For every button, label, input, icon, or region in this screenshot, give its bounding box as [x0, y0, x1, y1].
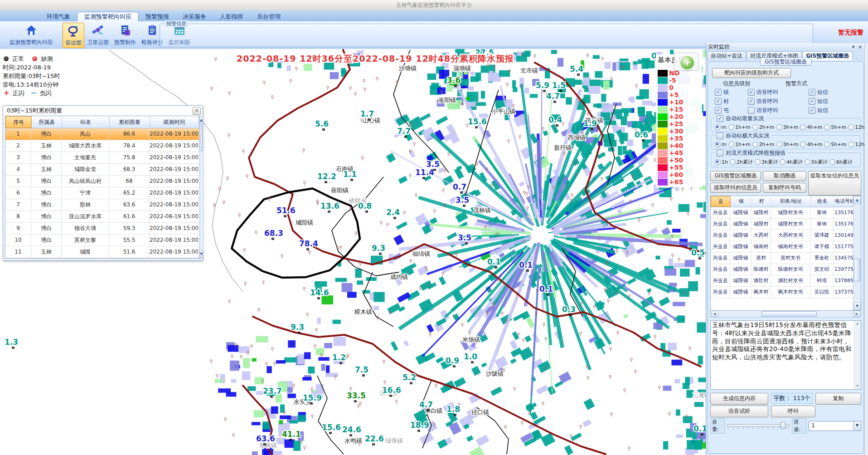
table-row[interactable]: 11玉林城隍51.62022-08-19 15:00	[5, 246, 199, 258]
checkbox-自动站极大风实况[interactable]	[717, 132, 723, 139]
scroll-up-icon[interactable]: ▲	[199, 116, 203, 124]
radio-6h累计[interactable]	[829, 159, 835, 165]
copy-button[interactable]: 复制	[815, 393, 861, 405]
scroll-right-icon[interactable]: ▶	[853, 311, 861, 317]
call-button[interactable]: 呼叫	[771, 406, 815, 417]
table-row[interactable]: 8博白亚山温罗水库61.62022-08-19 15:00	[5, 211, 199, 223]
rain-table-window[interactable]: 03时~15时累积雨量 × 序号所属县站名累积雨量观测时间1博白凤山86.620…	[3, 105, 203, 261]
checkbox-level-镇[interactable]: ✓	[715, 89, 722, 96]
slider-handle[interactable]	[781, 422, 786, 429]
scroll-up-icon[interactable]: ▲	[854, 321, 861, 327]
scroll-up-icon[interactable]: ▲	[853, 196, 861, 204]
table-row[interactable]: 兴业县城隍镇城隍村城隍村支书黄铸135176975	[711, 207, 853, 219]
extract-call-button[interactable]: 提取呼叫的信息员	[710, 183, 761, 193]
level-mode-button[interactable]: 靶向叫应的级别和方式	[712, 68, 791, 78]
volume-slider[interactable]	[727, 422, 790, 430]
menu-tab-决策服务[interactable]: 决策服务	[176, 12, 213, 21]
checkbox-自动站雨量实况[interactable]: ✓	[717, 115, 723, 122]
checkbox-voice-村[interactable]: ✓	[748, 98, 755, 105]
zoom-in-icon[interactable]: +	[679, 55, 695, 70]
toolbar-item-监测预警靶向叫应[interactable]: 监测预警靶向叫应	[2, 23, 61, 47]
rain-table-header[interactable]: 累积雨量	[110, 116, 150, 128]
radio-2h+m[interactable]	[752, 124, 758, 130]
rain-table-header[interactable]: 所属县	[32, 116, 62, 128]
radio-5h+m[interactable]	[824, 124, 830, 130]
table-row[interactable]: 兴业县城隍镇大西村大西村支书梁泽建130149571	[711, 230, 853, 241]
table-row[interactable]: 兴业县城隍镇镇南村镇南村支书谭于模151775946	[711, 241, 853, 253]
radio-1h[interactable]	[715, 159, 721, 165]
gis-select-button[interactable]: GIS预警区域圈选	[710, 171, 761, 181]
contacts-scrollbar[interactable]: ▲ ▼	[853, 196, 861, 310]
table-row[interactable]: 兴业县城隍镇城隍村城隍村支书黄铸135176975	[711, 219, 853, 230]
table-row[interactable]: 1博白凤山86.62022-08-19 15:00	[5, 128, 199, 140]
menu-tab-环境气象[interactable]: 环境气象	[40, 12, 77, 21]
tab-自动站+雷达[interactable]: 自动站+雷达	[707, 51, 746, 60]
toolbar-item-预警制作[interactable]: 预警制作	[112, 23, 138, 47]
toolbar-item-卫星云图[interactable]: 卫星云图	[85, 23, 111, 47]
radio-m[interactable]	[715, 142, 721, 147]
radio-4h+m[interactable]	[800, 124, 806, 130]
menu-tab-人影指挥[interactable]: 人影指挥	[213, 12, 250, 21]
scroll-down-icon[interactable]: ▼	[853, 302, 861, 310]
voice-preview-button[interactable]: 语音试听	[710, 406, 768, 417]
checkbox-voice-屯[interactable]	[748, 107, 755, 114]
scroll-thumb[interactable]	[761, 311, 817, 317]
pin-icon[interactable]: ▾	[850, 43, 857, 51]
close-icon[interactable]: ×	[857, 43, 863, 51]
menu-tab-后台管理[interactable]: 后台管理	[250, 12, 287, 21]
message-scrollbar[interactable]: ▲ ▼	[854, 321, 861, 389]
table-row[interactable]: 兴业县城隍镇陈塘村陈塘村支书莫文绍139775796	[711, 264, 853, 275]
scroll-thumb[interactable]	[854, 259, 860, 281]
table-row[interactable]: 兴业县城隍镇塘肚村塘肚村支书钟塔137885534	[711, 275, 853, 287]
copy-numbers-button[interactable]: 复制呼叫号码	[763, 183, 806, 193]
radio-3h+m[interactable]	[776, 124, 782, 130]
window-scrollbar[interactable]	[864, 43, 868, 455]
table-row[interactable]: 兴业县城隍镇枫木村枫木村支书吴以悦137375511	[711, 287, 853, 298]
radio-12h+m[interactable]	[848, 142, 854, 147]
close-icon[interactable]: ×	[193, 107, 201, 115]
speed-select[interactable]: 1 ▼	[809, 421, 861, 431]
rain-table-header[interactable]: 站名	[62, 116, 110, 128]
contacts-header[interactable]: 职务/地址	[771, 196, 811, 207]
table-row[interactable]: 4玉林城隍金党68.32022-08-19 15:00	[5, 164, 199, 176]
checkbox-level-屯[interactable]: ✓	[715, 107, 722, 114]
scroll-left-icon[interactable]: ◀	[711, 311, 718, 317]
rain-table-header[interactable]: 序号	[5, 116, 32, 128]
contacts-header[interactable]: 姓名	[811, 196, 834, 207]
table-row[interactable]: 3博白文地姜充75.82022-08-19 15:00	[5, 152, 199, 164]
table-row[interactable]: 兴业县城隍镇莫村莫村支书覃金乾134575405	[711, 253, 853, 264]
table-row[interactable]: 6博白宁潭65.22022-08-19 15:00	[5, 187, 199, 199]
checkbox-sms-镇[interactable]: ✓	[809, 89, 815, 96]
radio-m[interactable]	[715, 124, 721, 130]
contacts-header[interactable]: 电话号码	[834, 196, 853, 207]
gis-selection-circle[interactable]	[223, 180, 366, 291]
contacts-header[interactable]: 镇	[731, 196, 752, 207]
contacts-hscrollbar[interactable]: ◀ ▶	[710, 311, 861, 318]
radio-5h累计[interactable]	[805, 159, 810, 165]
scroll-down-icon[interactable]: ▼	[854, 383, 861, 389]
checkbox-sms-村[interactable]: ✓	[809, 98, 815, 105]
table-row[interactable]: 5博白凤山镇凤山村682022-08-19 15:00	[5, 176, 199, 187]
radio-3h累计[interactable]	[755, 159, 761, 165]
radio-1h+m[interactable]	[728, 142, 734, 147]
contacts-header[interactable]: 村	[752, 196, 771, 207]
radio-3h+m[interactable]	[776, 142, 782, 147]
table-row[interactable]: 7博白那林63.62022-08-19 15:00	[5, 199, 199, 211]
chevron-down-icon[interactable]: ▼	[853, 421, 861, 431]
rain-table-header[interactable]: 观测时间	[150, 116, 199, 128]
menu-tab-预警预报[interactable]: 预警预报	[139, 12, 176, 21]
checkbox-voice-镇[interactable]: ✓	[748, 89, 755, 96]
contacts-header[interactable]: 县	[711, 196, 731, 207]
radio-5h+m[interactable]	[824, 142, 830, 147]
checkbox-level-村[interactable]: ✓	[715, 98, 722, 105]
radio-1h+m[interactable]	[728, 124, 734, 130]
radio-2h+m[interactable]	[752, 142, 758, 147]
checkbox-对流尺度模式降雨预报值[interactable]	[717, 150, 723, 157]
table-row[interactable]: 9博白顿谷大塘59.32022-08-19 15:00	[5, 223, 199, 235]
checkbox-sms-屯[interactable]: ✓	[809, 107, 815, 114]
generate-message-button[interactable]: 生成信息内容	[710, 393, 768, 405]
radio-2h累计[interactable]	[730, 159, 736, 165]
rain-table-scrollbar[interactable]: ▲ ▼	[199, 116, 203, 258]
radio-4h+m[interactable]	[800, 142, 806, 147]
radio-12h+m[interactable]	[848, 124, 854, 130]
